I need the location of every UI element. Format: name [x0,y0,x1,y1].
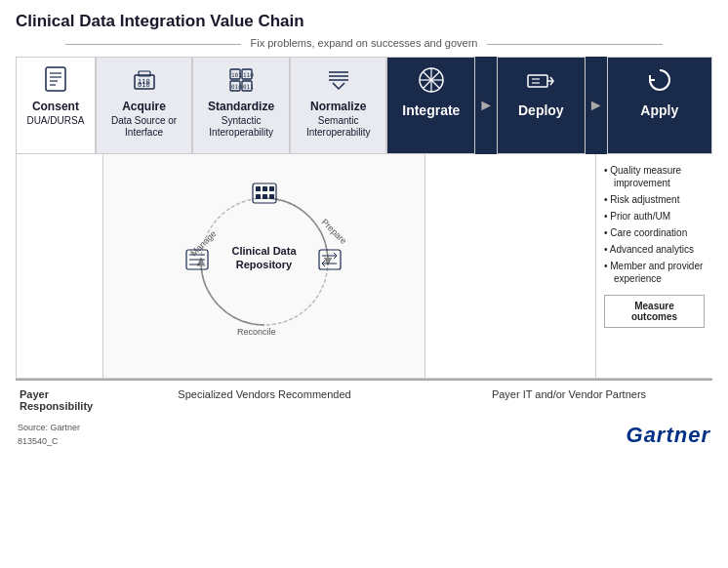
normalize-subtitle: Semantic Interoperability [297,115,381,139]
box-deploy: Deploy [497,57,586,154]
mid-left-empty [16,154,103,379]
integrate-icon [417,65,446,99]
svg-rect-34 [256,186,261,191]
consent-subtitle: DUA/DURSA [26,115,84,127]
box-integrate: Integrate [386,57,475,154]
bullet-prior-auth: • Prior auth/UM [604,210,705,223]
source-text: Source: Gartner 813540_C [18,422,80,448]
svg-text:Reconcile: Reconcile [237,327,276,337]
bullet-quality: • Quality measure improvement [604,164,705,189]
cdr-diagram: Manage Prepare Reconcile [167,164,362,369]
bottom-row: Payer Responsibility Specialized Vendors… [16,379,712,414]
bullet-care: • Care coordination [604,226,705,239]
boxes-row: Consent DUA/DURSA 010 110 Acquire Data S… [16,57,712,154]
bullet-member: • Member and provider experience [604,260,705,285]
bullet-risk: • Risk adjustment [604,193,705,206]
acquire-subtitle: Data Source or Interface [102,115,186,139]
apply-icon [645,65,674,99]
source-line1: Source: Gartner [18,422,80,435]
bullet-analytics: • Advanced analytics [604,243,705,256]
acquire-title: Acquire [122,100,166,113]
svg-text:110: 110 [138,78,150,86]
consent-icon [42,65,69,96]
normalize-title: Normalize [310,100,366,113]
box-consent: Consent DUA/DURSA [16,57,96,154]
svg-text:110: 110 [243,71,254,78]
svg-text:101: 101 [231,71,242,78]
subtitle-text: Fix problems, expand on successes and go… [251,37,478,49]
payer-it: Payer IT and/or Vendor Partners [425,386,712,414]
svg-rect-25 [528,75,547,87]
box-normalize: Normalize Semantic Interoperability [290,57,387,154]
svg-rect-39 [269,194,274,199]
svg-rect-36 [269,186,274,191]
box-standardize: 101 010 110 011 Standardize Syntactic In… [192,57,290,154]
standardize-title: Standardize [208,100,274,113]
mid-dark-area [425,154,595,379]
gartner-logo: Gartner [627,423,710,448]
svg-text:010: 010 [231,83,242,90]
subtitle-bar: Fix problems, expand on successes and go… [16,37,712,49]
integrate-title: Integrate [402,102,460,119]
svg-rect-37 [256,194,261,199]
acquire-icon: 010 110 [131,65,158,96]
box-acquire: 010 110 Acquire Data Source or Interface [96,57,193,154]
mid-light-area: Manage Prepare Reconcile [103,154,425,379]
svg-rect-35 [263,186,267,191]
standardize-icon: 101 010 110 011 [227,65,255,96]
apply-title: Apply [640,102,678,119]
arrow-integrate-deploy: ► [475,57,497,154]
standardize-subtitle: Syntactic Interoperability [199,115,283,139]
consent-title: Consent [32,100,79,113]
svg-rect-38 [263,194,267,199]
measure-outcomes-label: Measure outcomes [631,301,677,322]
arrow-deploy-apply: ► [586,57,607,154]
page-wrapper: Clinical Data Integration Value Chain Fi… [0,0,728,568]
mid-section: Manage Prepare Reconcile [16,154,712,379]
svg-text:Manage: Manage [188,228,218,258]
cdr-center-label: Clinical Data Repository [230,244,299,272]
apply-bullets-area: • Quality measure improvement • Risk adj… [595,154,712,379]
page-title: Clinical Data Integration Value Chain [16,12,712,31]
svg-rect-44 [319,250,341,269]
svg-rect-0 [46,67,65,91]
deploy-icon [526,65,555,99]
specialized-vendors: Specialized Vendors Recommended [103,386,425,414]
payer-responsibility: Payer Responsibility [16,386,103,414]
measure-outcomes-box[interactable]: Measure outcomes [604,295,705,328]
normalize-icon [325,65,352,96]
svg-text:011: 011 [243,83,254,90]
deploy-title: Deploy [518,102,564,119]
box-apply: Apply [607,57,713,154]
source-line2: 813540_C [18,435,80,449]
footer-row: Source: Gartner 813540_C Gartner [16,422,712,448]
